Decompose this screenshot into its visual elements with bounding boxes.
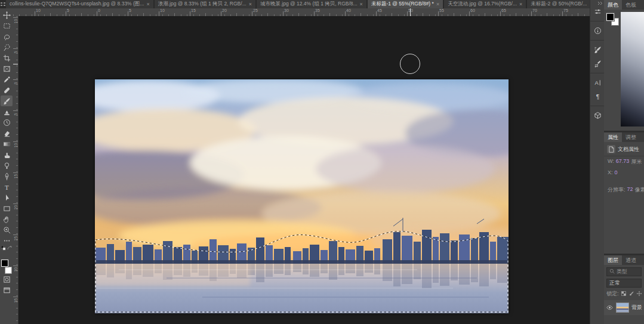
ruler-label: 55 (439, 8, 444, 13)
history-brush-tool[interactable] (1, 117, 13, 128)
ruler-tick (128, 11, 128, 16)
lock-paint-icon[interactable] (628, 291, 634, 298)
horizontal-ruler[interactable]: 105051015202530354045505560657075 (13, 8, 590, 17)
ruler-tick (376, 11, 377, 16)
hand-tool[interactable] (1, 214, 13, 224)
lock-transparent-icon[interactable] (621, 291, 627, 298)
document-image[interactable] (95, 79, 509, 313)
layer-filter-field[interactable]: 类型 (606, 267, 642, 276)
eraser-tool[interactable] (1, 128, 13, 138)
eyedropper-tool[interactable] (1, 74, 13, 85)
type-tool[interactable]: T (1, 181, 13, 192)
ruler-tick (252, 11, 252, 16)
document-tab[interactable]: 城市晚景.jpg @ 12.4% (组 1 拷贝, RGB/8...× (257, 0, 366, 8)
screen-mode-button[interactable] (1, 285, 13, 295)
canvas-area[interactable]: 10505101520253035 (13, 16, 590, 324)
property-field[interactable]: W:67.73厘米 (604, 156, 644, 168)
edit-toolbar-button[interactable] (1, 235, 13, 246)
property-field[interactable]: X:0 (604, 168, 644, 177)
ruler-tick (438, 11, 439, 16)
ruler-label: 25 (253, 8, 258, 13)
ruler-label: 10 (160, 8, 165, 13)
character-panel-icon[interactable]: A (590, 73, 605, 90)
quick-mask-button[interactable] (1, 274, 13, 285)
document-tab[interactable]: 天空流动.jpg @ 16.7%(RGB/...× (444, 0, 526, 8)
gradient-tool[interactable] (1, 138, 13, 149)
svg-text:T: T (5, 183, 9, 190)
ruler-label: 35 (315, 8, 320, 13)
ruler-label: 10 (14, 142, 18, 149)
tab-close-icon[interactable]: × (519, 2, 522, 7)
ruler-cursor-y-indicator (13, 64, 18, 64)
foreground-color-swatch[interactable] (1, 260, 8, 267)
field-label: W: (608, 158, 614, 166)
brush-tool[interactable] (1, 95, 13, 106)
tab-layers[interactable]: 图层 (604, 255, 622, 265)
object-selection-tool[interactable] (1, 42, 13, 53)
tab-close-icon[interactable]: × (146, 2, 149, 7)
tab-label: 城市晚景.jpg @ 12.4% (组 1 拷贝, RGB/8... (260, 1, 358, 8)
frame-tool[interactable] (1, 63, 13, 74)
ruler-tick (221, 11, 221, 16)
tab-close-icon[interactable]: × (436, 2, 439, 7)
layer-row[interactable]: 背景 (604, 300, 644, 315)
color-panel: 颜色 色板 (604, 0, 644, 131)
swap-colors-icon[interactable] (7, 246, 12, 252)
lasso-tool[interactable] (1, 31, 13, 42)
ruler-tick (531, 11, 532, 16)
crop-tool[interactable] (1, 53, 13, 63)
paragraph-panel-icon[interactable]: ¶ (590, 90, 605, 103)
field-unit: 厘米 (631, 158, 642, 166)
tab-adjustments[interactable]: 调整 (622, 132, 640, 142)
path-selection-tool[interactable] (1, 192, 13, 203)
app-grip-icon (0, 0, 6, 8)
ruler-tick (500, 11, 501, 16)
document-tab[interactable]: 浪潮.jpg @ 8.33% (组 1 拷贝 2, RGB/...× (155, 0, 255, 8)
brush-settings-panel-icon[interactable] (590, 40, 605, 57)
color-panel-foreground-swatch[interactable] (606, 13, 614, 21)
ruler-tick (314, 11, 315, 16)
tab-close-icon[interactable]: × (249, 2, 252, 7)
document-tab[interactable]: 未标题-1 @ 55%(RGB/8#) *× (368, 0, 443, 8)
default-colors-icon[interactable] (1, 246, 6, 252)
layer-visibility-eye-icon[interactable] (606, 304, 614, 312)
tab-color[interactable]: 颜色 (604, 0, 622, 10)
document-tab[interactable]: 未标题-2 @ 50%(RGB/...× (527, 0, 590, 8)
lock-move-icon[interactable] (636, 291, 642, 298)
smudge-tool[interactable] (1, 149, 13, 160)
ruler-tick (66, 11, 66, 16)
color-spectrum[interactable] (621, 12, 644, 126)
photoshop-window: collins-lesulie-Q7QM2WSQTs4-unsplash.jpg… (0, 0, 644, 324)
ruler-tick (159, 11, 159, 16)
tab-close-icon[interactable]: × (360, 2, 363, 7)
info-panel-icon[interactable] (590, 21, 605, 38)
ruler-label: 30 (284, 8, 289, 13)
rectangle-tool[interactable] (1, 203, 13, 214)
rectangular-marquee-tool[interactable] (1, 20, 13, 31)
ruler-label: 10 (14, 18, 18, 25)
ruler-label: 65 (501, 8, 506, 13)
ruler-label: 45 (377, 8, 382, 13)
pen-tool[interactable] (1, 171, 13, 181)
spot-healing-brush-tool[interactable] (1, 85, 13, 95)
move-tool[interactable] (1, 10, 13, 20)
ruler-tick (283, 11, 284, 16)
layer-thumbnail[interactable] (616, 303, 629, 313)
blend-mode-select[interactable]: 正常 (606, 279, 642, 288)
tab-properties[interactable]: 属性 (604, 132, 622, 142)
brushes-panel-icon[interactable] (590, 57, 605, 70)
tab-label: 未标题-2 @ 50%(RGB/... (531, 1, 587, 8)
dodge-tool[interactable] (1, 160, 13, 171)
ruler-label: 25 (14, 235, 18, 242)
property-field[interactable]: 分辨率:72像素/英寸 (604, 184, 644, 196)
tab-swatches[interactable]: 色板 (622, 0, 640, 10)
libraries-panel-icon[interactable] (590, 106, 605, 122)
tab-label: collins-lesulie-Q7QM2WSQTs4-unsplash.jpg… (10, 1, 144, 8)
zoom-tool[interactable] (1, 224, 13, 235)
tab-channels[interactable]: 通道 (622, 255, 640, 265)
document-tab[interactable]: collins-lesulie-Q7QM2WSQTs4-unsplash.jpg… (6, 0, 153, 8)
vertical-ruler[interactable]: 10505101520253035 (13, 16, 19, 324)
clone-stamp-tool[interactable] (1, 106, 13, 117)
color-panel-icon[interactable] (590, 5, 605, 18)
background-color-swatch[interactable] (5, 267, 12, 274)
